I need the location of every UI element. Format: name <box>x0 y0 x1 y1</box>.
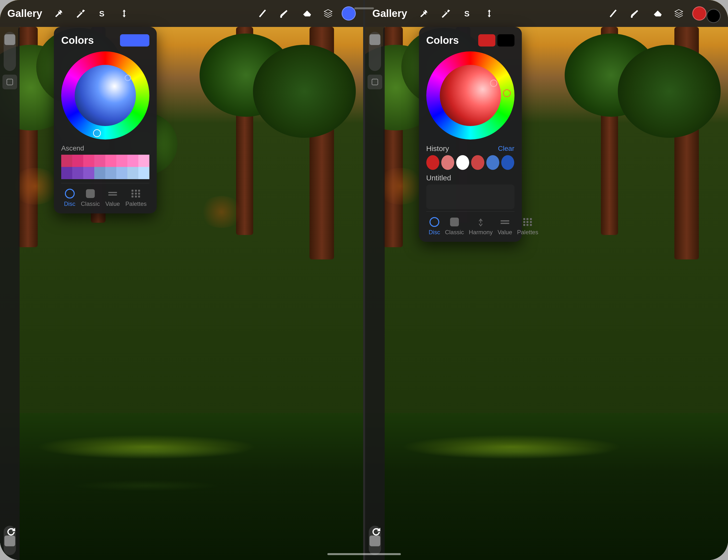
left-preview-swatch[interactable] <box>120 34 149 47</box>
right-history-section: History Clear <box>426 144 514 170</box>
swatch-3[interactable] <box>83 155 94 167</box>
right-tab-value[interactable]: Value <box>495 215 515 237</box>
swatch-12[interactable] <box>94 167 105 179</box>
left-wand-btn[interactable] <box>72 5 89 22</box>
right-wheel-handle[interactable] <box>503 89 511 97</box>
right-canvas-panel[interactable]: Gallery S <box>365 0 728 560</box>
left-brush-btn[interactable] <box>275 5 293 22</box>
right-brush-size-slider[interactable] <box>369 32 381 71</box>
history-swatch-4[interactable] <box>471 155 484 170</box>
swatch-14[interactable] <box>116 167 127 179</box>
history-swatch-5[interactable] <box>486 155 499 170</box>
left-tab-classic-label: Classic <box>81 201 100 207</box>
left-transform-btn[interactable] <box>116 5 133 22</box>
right-primary-color-dot[interactable] <box>692 6 706 21</box>
palettes-grid <box>131 190 140 198</box>
swatch-6[interactable] <box>116 155 127 167</box>
right-tab-disc[interactable]: Disc <box>426 215 443 237</box>
left-color-dot[interactable] <box>342 6 356 21</box>
right-pen-btn[interactable] <box>604 5 621 22</box>
history-swatch-3[interactable] <box>456 155 469 170</box>
left-eraser-btn[interactable] <box>298 5 315 22</box>
left-square-tool[interactable] <box>2 75 17 89</box>
left-undo-btn[interactable] <box>2 523 20 540</box>
right-value-line-1 <box>501 220 509 222</box>
right-palettes-grid <box>523 218 532 226</box>
right-history-label: History <box>426 144 449 153</box>
swatch-10[interactable] <box>72 167 83 179</box>
left-layers-btn[interactable] <box>320 5 337 22</box>
right-brush-btn[interactable] <box>626 5 643 22</box>
swatch-1[interactable] <box>61 155 72 167</box>
right-eraser-btn[interactable] <box>648 5 665 22</box>
left-wrench-btn[interactable] <box>49 5 67 22</box>
value-line-1 <box>108 192 117 193</box>
right-layers-btn[interactable] <box>670 5 687 22</box>
right-preview-secondary[interactable] <box>497 34 514 47</box>
left-wheel-handle[interactable] <box>93 129 101 137</box>
right-tab-palettes[interactable]: Palettes <box>514 215 541 237</box>
left-tab-disc[interactable]: Disc <box>61 187 78 209</box>
left-smudge-btn[interactable]: S <box>94 5 111 22</box>
swatch-13[interactable] <box>105 167 116 179</box>
right-clear-btn[interactable]: Clear <box>498 145 514 153</box>
right-inner-handle[interactable] <box>490 80 497 87</box>
right-tab-classic[interactable]: Classic <box>442 215 466 237</box>
history-swatch-2[interactable] <box>441 155 454 170</box>
right-wheel-inner[interactable] <box>440 65 501 126</box>
right-secondary-color-dot[interactable] <box>706 9 721 23</box>
right-tab-disc-label: Disc <box>429 229 440 236</box>
value-lines <box>108 192 117 196</box>
right-side-tools <box>365 27 385 560</box>
right-smudge-btn[interactable]: S <box>459 5 476 22</box>
svg-text:S: S <box>99 9 104 18</box>
right-history-header: History Clear <box>426 144 514 153</box>
swatch-11[interactable] <box>83 167 94 179</box>
right-color-wheel[interactable] <box>426 51 514 140</box>
foliage-5 <box>253 45 356 138</box>
swatch-7[interactable] <box>127 155 138 167</box>
left-color-wheel[interactable] <box>61 51 149 140</box>
right-history-swatches <box>426 155 514 170</box>
history-swatch-1[interactable] <box>426 155 439 170</box>
right-empty-palette[interactable] <box>426 185 514 209</box>
right-tab-harmony[interactable]: Harmony <box>466 215 495 237</box>
right-gallery-btn[interactable]: Gallery <box>372 8 407 19</box>
history-swatch-6[interactable] <box>501 155 514 170</box>
right-brush-size-thumb <box>370 34 380 45</box>
left-gallery-btn[interactable]: Gallery <box>7 8 42 19</box>
swatch-16[interactable] <box>138 167 149 179</box>
right-preview-primary[interactable] <box>478 34 495 47</box>
left-wheel-inner[interactable] <box>75 65 136 126</box>
center-divider <box>363 0 365 560</box>
swatch-4[interactable] <box>94 155 105 167</box>
left-tab-value[interactable]: Value <box>103 187 122 209</box>
left-canvas-panel[interactable]: Gallery S <box>0 0 363 560</box>
left-side-tools <box>0 27 20 560</box>
right-tab-classic-label: Classic <box>445 229 464 236</box>
right-colors-panel: Colors <box>419 27 522 242</box>
left-tab-palettes[interactable]: Palettes <box>123 187 149 209</box>
right-toolbar: Gallery S <box>365 0 728 27</box>
svg-rect-3 <box>372 79 378 85</box>
swatch-15[interactable] <box>127 167 138 179</box>
right-undo-btn[interactable] <box>368 523 385 540</box>
left-palette-row-2[interactable] <box>61 167 149 179</box>
swatch-9[interactable] <box>61 167 72 179</box>
disc-circle <box>65 189 75 199</box>
home-indicator[interactable] <box>327 553 401 555</box>
right-wand-btn[interactable] <box>437 5 454 22</box>
left-inner-handle[interactable] <box>125 75 131 81</box>
swatch-8[interactable] <box>138 155 149 167</box>
swatch-5[interactable] <box>105 155 116 167</box>
right-transform-btn[interactable] <box>481 5 498 22</box>
right-square-tool[interactable] <box>368 75 382 89</box>
left-pen-btn[interactable] <box>253 5 271 22</box>
left-color-preview[interactable] <box>120 34 149 47</box>
right-wrench-btn[interactable] <box>415 5 432 22</box>
swatch-2[interactable] <box>72 155 83 167</box>
left-tab-classic[interactable]: Classic <box>78 187 102 209</box>
left-palette-row-1[interactable] <box>61 155 149 167</box>
right-color-preview[interactable] <box>478 34 514 47</box>
left-brush-size-slider[interactable] <box>4 32 16 71</box>
